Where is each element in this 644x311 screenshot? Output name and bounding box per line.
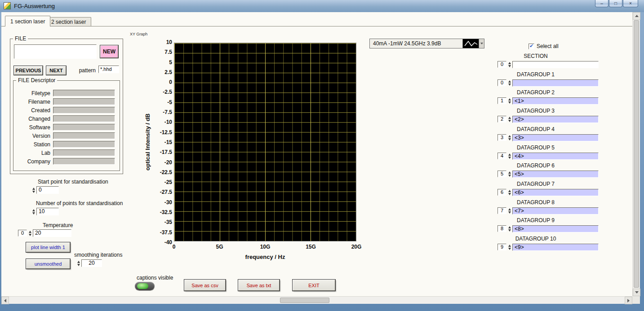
horizontal-scrollbar[interactable] — [1, 296, 632, 304]
scroll-down-button[interactable] — [633, 289, 640, 296]
group-index[interactable]: 0 — [497, 79, 506, 86]
smoothing-toggle-button[interactable]: unsmoothed — [26, 259, 70, 269]
group-spinner[interactable] — [507, 190, 511, 195]
group-label: DATAGROUP 4 — [497, 126, 574, 133]
group-index[interactable]: 8 — [497, 225, 506, 232]
scroll-up-icon — [635, 15, 639, 17]
next-file-button[interactable]: NEXT — [46, 66, 66, 75]
descriptor-field-label: Company — [17, 158, 53, 165]
group-spinner[interactable] — [507, 226, 511, 232]
datagroup-field[interactable]: <1> — [512, 97, 599, 105]
datagroup-field[interactable]: <4> — [512, 153, 599, 160]
descriptor-field-label: Filetype — [17, 90, 53, 96]
group-spinner[interactable] — [507, 208, 511, 214]
descriptor-field-value — [53, 158, 115, 165]
group-spinner[interactable] — [507, 98, 511, 104]
x-tick-label: 5G — [210, 244, 230, 250]
descriptor-field-label: Created — [17, 107, 53, 114]
datagroup-field[interactable]: <9> — [512, 244, 599, 251]
legend-dropdown-icon[interactable] — [479, 39, 484, 48]
save-as-csv-button[interactable]: Save as csv — [184, 280, 226, 291]
datagroup-field[interactable]: <6> — [512, 189, 599, 196]
datagroup-field[interactable]: <7> — [512, 207, 599, 215]
y-tick-label: -7.5 — [163, 110, 172, 115]
group-index[interactable]: 5 — [497, 171, 506, 177]
group-label: DATAGROUP 1 — [497, 71, 574, 79]
scroll-right-button[interactable] — [625, 297, 632, 304]
start-point-spinner[interactable] — [31, 188, 36, 193]
y-tick-label: -22.5 — [160, 170, 172, 175]
select-all-checkbox[interactable]: ✔ — [529, 44, 534, 49]
group-label: DATAGROUP 9 — [497, 217, 574, 224]
group-spinner[interactable] — [507, 135, 511, 140]
plot-legend[interactable]: 40mA -1mW 24.5GHz 3.9dB — [369, 39, 484, 48]
smoothing-spinner[interactable] — [76, 261, 80, 266]
scroll-down-icon — [635, 291, 639, 293]
tab-2-section-laser[interactable]: 2 section laser — [46, 17, 91, 26]
scroll-left-button[interactable] — [1, 297, 9, 304]
file-path-input[interactable] — [14, 44, 97, 59]
group-spinner[interactable] — [507, 245, 511, 250]
check-icon: ✔ — [529, 43, 533, 49]
descriptor-field-value — [53, 124, 115, 131]
group-spinner[interactable] — [507, 117, 511, 122]
scroll-up-button[interactable] — [633, 12, 640, 20]
section-field[interactable] — [512, 61, 599, 68]
y-tick-label: -37.5 — [160, 230, 172, 235]
group-index[interactable]: 1 — [497, 97, 506, 104]
group-label: DATAGROUP 5 — [497, 145, 574, 152]
tab-divider — [1, 26, 632, 26]
application-window: FG-Auswertung – □ × 1 section laser 2 se… — [0, 0, 644, 311]
smoothing-iterations-label: smoothing iterations — [74, 252, 122, 258]
pattern-input[interactable]: *.hhd — [98, 66, 119, 73]
num-points-value[interactable]: 10 — [36, 208, 59, 215]
plot-line-style-icon[interactable] — [463, 39, 479, 48]
temperature-index[interactable]: 0 — [18, 230, 27, 237]
descriptor-row: Changed — [17, 114, 120, 123]
scrollbar-corner — [632, 296, 640, 304]
maximize-button[interactable]: □ — [609, 0, 622, 7]
datagroup-field[interactable]: <8> — [512, 225, 599, 232]
datagroup-field[interactable]: <2> — [512, 116, 599, 123]
titlebar[interactable]: FG-Auswertung – □ × — [0, 0, 644, 12]
descriptor-field-label: Software — [17, 124, 53, 131]
vertical-scrollbar[interactable] — [632, 12, 640, 296]
captions-visible-led[interactable] — [135, 282, 155, 290]
group-spinner[interactable] — [507, 171, 511, 177]
y-tick-label: -25 — [164, 180, 172, 185]
group-index[interactable]: 2 — [497, 116, 506, 123]
datagroup-field[interactable]: <5> — [512, 171, 599, 178]
led-green-icon — [137, 283, 148, 289]
horizontal-scroll-thumb[interactable] — [280, 298, 329, 303]
group-spinner[interactable] — [507, 80, 511, 86]
close-button[interactable]: × — [623, 0, 638, 7]
group-index[interactable]: 7 — [497, 207, 506, 214]
num-points-spinner[interactable] — [31, 209, 36, 215]
temperature-value[interactable]: 20 — [33, 229, 71, 237]
start-point-value[interactable]: 0 — [36, 186, 59, 194]
vertical-scroll-thumb[interactable] — [634, 20, 639, 288]
group-spinner[interactable] — [507, 153, 511, 159]
plot-line-width-button[interactable]: plot line width 1 — [26, 242, 70, 252]
group-index[interactable]: 9 — [497, 244, 506, 250]
group-index[interactable]: 4 — [497, 153, 506, 159]
group-index[interactable]: 0 — [497, 61, 506, 68]
datagroup-field[interactable]: <3> — [512, 134, 599, 141]
group-spinner[interactable] — [507, 62, 511, 67]
maximize-icon: □ — [614, 1, 617, 6]
save-as-txt-button[interactable]: Save as txt — [238, 280, 280, 291]
group-index[interactable]: 6 — [497, 189, 506, 196]
smoothing-iterations-value[interactable]: 20 — [81, 259, 102, 267]
previous-file-button[interactable]: PREVIOUS — [14, 66, 43, 75]
new-file-button[interactable]: NEW — [100, 45, 118, 58]
plot-legend-text[interactable]: 40mA -1mW 24.5GHz 3.9dB — [369, 39, 463, 48]
datagroup-6: DATAGROUP 6 5 <5> — [497, 162, 602, 178]
num-points-control: 10 — [31, 208, 59, 215]
tab-1-section-laser[interactable]: 1 section laser — [5, 16, 50, 26]
minimize-button[interactable]: – — [595, 0, 608, 7]
group-index[interactable]: 3 — [497, 134, 506, 141]
exit-button[interactable]: EXIT — [293, 280, 335, 291]
datagroup-field[interactable] — [512, 79, 599, 87]
temperature-spinner[interactable] — [28, 231, 32, 236]
descriptor-field-label: Lab — [17, 150, 53, 156]
